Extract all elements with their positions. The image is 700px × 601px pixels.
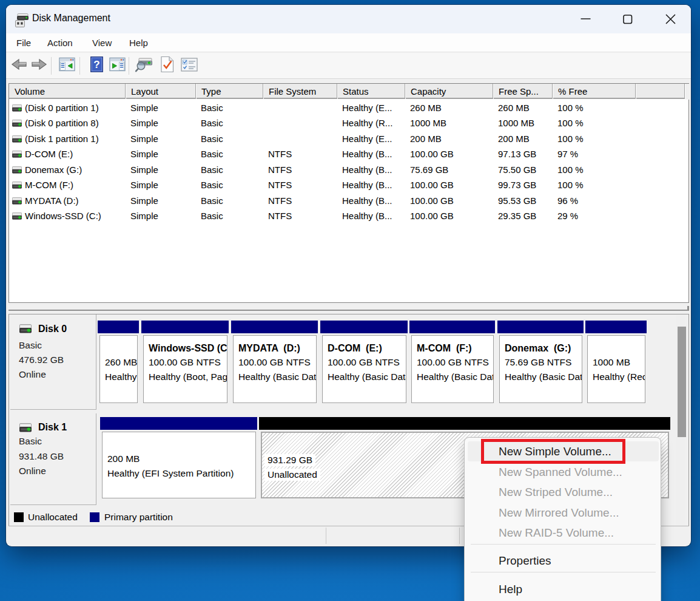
svg-text:?: ? — [93, 59, 99, 70]
